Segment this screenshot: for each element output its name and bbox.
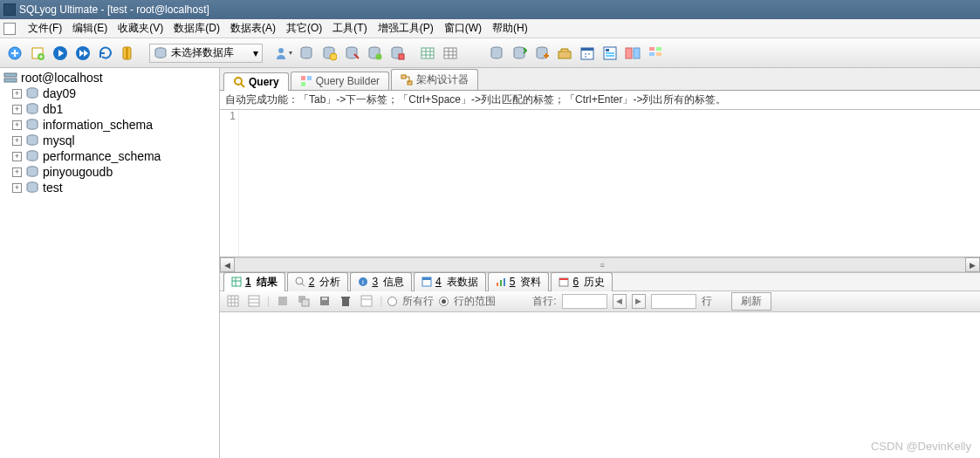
expand-icon[interactable]: + xyxy=(12,167,22,177)
menu-tools[interactable]: 工具(T) xyxy=(327,19,372,38)
svg-rect-18 xyxy=(444,48,456,58)
first-row-input[interactable] xyxy=(562,294,607,309)
result-tabs: 1结果 2分析 i 3信息 4表数据 5资料 6历史 xyxy=(220,272,980,291)
tree-database-node[interactable]: +mysql xyxy=(0,133,219,148)
save-button[interactable] xyxy=(317,293,332,309)
row-count-input[interactable] xyxy=(651,294,696,309)
menu-edit[interactable]: 编辑(E) xyxy=(67,19,113,38)
form-view-button2[interactable] xyxy=(246,293,262,309)
execute-button[interactable] xyxy=(51,44,70,63)
new-connection-button[interactable] xyxy=(5,44,24,63)
svg-rect-26 xyxy=(606,49,609,51)
database-name: db1 xyxy=(43,102,63,116)
range-rows-label: 行的范围 xyxy=(454,294,496,309)
tab-analyze[interactable]: 2分析 xyxy=(287,272,349,291)
connection-node[interactable]: root@localhost xyxy=(0,70,219,85)
expand-icon[interactable]: + xyxy=(12,105,22,114)
editor-h-scrollbar[interactable]: ◀ ≡ ▶ xyxy=(220,257,980,272)
tab-result[interactable]: 1结果 xyxy=(223,272,285,291)
editor-body[interactable] xyxy=(239,110,980,256)
expand-icon[interactable]: + xyxy=(12,120,22,130)
filter-button[interactable] xyxy=(359,293,374,309)
menu-power[interactable]: 增强工具(P) xyxy=(373,19,439,38)
db-tool-3[interactable] xyxy=(342,44,361,63)
new-query-button[interactable] xyxy=(28,44,47,63)
svg-rect-61 xyxy=(228,296,238,306)
menu-other[interactable]: 其它(O) xyxy=(281,19,327,38)
tab-query-builder[interactable]: Query Builder xyxy=(291,72,389,90)
db-tool-5[interactable] xyxy=(387,44,407,63)
expand-icon[interactable]: + xyxy=(12,183,22,193)
visual-button[interactable] xyxy=(646,44,665,63)
object-browser[interactable]: root@localhost +day09+db1+information_sc… xyxy=(0,68,220,458)
menu-window[interactable]: 窗口(W) xyxy=(439,19,487,38)
toolbar-separator xyxy=(143,44,144,63)
execute-all-button[interactable] xyxy=(73,44,93,63)
scroll-right-icon[interactable]: ▶ xyxy=(965,257,980,272)
nav-last-button[interactable]: ▶ xyxy=(632,294,646,309)
compare-button[interactable] xyxy=(623,44,642,63)
tree-database-node[interactable]: +day09 xyxy=(0,85,219,101)
svg-point-14 xyxy=(376,53,382,59)
tab-tabledata[interactable]: 4表数据 xyxy=(414,272,486,291)
tree-database-node[interactable]: +pinyougoudb xyxy=(0,164,219,180)
db-tool-2[interactable] xyxy=(319,44,339,63)
database-name: test xyxy=(43,181,63,195)
mdi-restore-icon[interactable] xyxy=(3,23,16,35)
form-view-button[interactable] xyxy=(600,44,620,63)
server-icon xyxy=(3,72,17,84)
menu-file[interactable]: 文件(F) xyxy=(23,19,67,38)
import-button[interactable] xyxy=(555,44,574,63)
db-tool-4[interactable] xyxy=(365,44,384,63)
db-tool-1[interactable] xyxy=(297,44,316,63)
svg-rect-24 xyxy=(581,48,593,51)
svg-point-8 xyxy=(278,48,284,53)
tab-query[interactable]: Query xyxy=(223,72,289,91)
grid-view-button[interactable] xyxy=(225,293,241,309)
schedule-button[interactable] xyxy=(578,44,597,63)
refresh-button[interactable] xyxy=(96,44,115,63)
expand-icon[interactable]: + xyxy=(12,89,22,99)
export-button[interactable] xyxy=(275,293,291,309)
tab-schema-designer[interactable]: 架构设计器 xyxy=(391,69,478,90)
database-name: day09 xyxy=(43,86,76,100)
svg-rect-28 xyxy=(606,55,614,57)
radio-row-range[interactable] xyxy=(439,297,449,306)
menu-help[interactable]: 帮助(H) xyxy=(487,19,533,38)
scroll-track[interactable]: ≡ xyxy=(235,257,965,272)
radio-all-rows[interactable] xyxy=(387,297,397,306)
menu-db[interactable]: 数据库(D) xyxy=(168,19,225,38)
svg-rect-27 xyxy=(606,52,614,54)
menu-fav[interactable]: 收藏夹(V) xyxy=(113,19,168,38)
tab-history[interactable]: 6历史 xyxy=(551,272,613,291)
delete-button[interactable] xyxy=(338,293,353,309)
main-toolbar: 未选择数据库 ▾ ▾ xyxy=(0,38,980,68)
menu-table[interactable]: 数据表(A) xyxy=(225,19,281,38)
stop-button[interactable] xyxy=(119,44,138,63)
copy-button[interactable] xyxy=(296,293,312,309)
line-number: 1 xyxy=(220,110,236,122)
sync-tool-2[interactable] xyxy=(510,44,529,63)
table-tool-1[interactable] xyxy=(418,44,437,63)
sync-tool-1[interactable] xyxy=(487,44,506,63)
tree-database-node[interactable]: +db1 xyxy=(0,101,219,117)
expand-icon[interactable]: + xyxy=(12,136,22,146)
tab-info[interactable]: i 3信息 xyxy=(350,272,412,291)
sync-tool-3[interactable] xyxy=(532,44,552,63)
result-grid[interactable] xyxy=(220,312,980,459)
expand-icon[interactable]: + xyxy=(12,152,22,161)
sql-editor[interactable]: 1 xyxy=(220,110,980,257)
svg-rect-48 xyxy=(401,75,406,79)
user-manager-button[interactable]: ▾ xyxy=(274,44,293,63)
tree-database-node[interactable]: +test xyxy=(0,180,219,195)
tree-database-node[interactable]: +information_schema xyxy=(0,117,219,133)
tab-schema-label: 架构设计器 xyxy=(416,72,469,87)
tree-database-node[interactable]: +performance_schema xyxy=(0,148,219,164)
database-selector[interactable]: 未选择数据库 ▾ xyxy=(149,44,263,63)
scroll-left-icon[interactable]: ◀ xyxy=(220,257,235,272)
tab-profile[interactable]: 5资料 xyxy=(488,272,550,291)
refresh-result-button[interactable]: 刷新 xyxy=(731,292,771,311)
nav-first-button[interactable]: ◀ xyxy=(613,294,627,309)
table-tool-2[interactable] xyxy=(441,44,460,63)
app-icon xyxy=(3,3,16,16)
